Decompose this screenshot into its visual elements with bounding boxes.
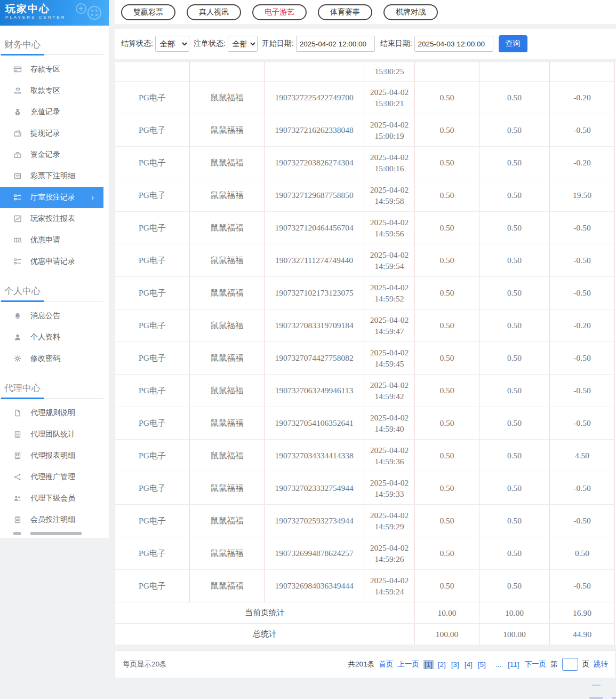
- sidebar-item-资金记录[interactable]: 资金记录: [0, 144, 109, 165]
- sidebar-item-消息公告[interactable]: 消息公告: [0, 305, 109, 327]
- page-link-1[interactable]: [1]: [423, 660, 434, 669]
- cell-game: 鼠鼠福福: [190, 342, 265, 375]
- sidebar-item-取款专区[interactable]: 取款专区: [0, 80, 109, 101]
- page-link-2[interactable]: [2]: [437, 660, 447, 669]
- cell-profit: -0.50: [550, 570, 615, 602]
- cell-datetime: 2025-04-0214:59:29: [364, 505, 415, 537]
- settle-status-label: 结算状态:: [121, 39, 153, 49]
- cell-order-id: 1907327074427758082: [265, 342, 364, 375]
- sidebar-item-代理推广管理[interactable]: 代理推广管理: [0, 466, 109, 488]
- sidebar-item-会员投注明细[interactable]: 会员投注明细: [0, 509, 109, 530]
- person-icon: [13, 333, 22, 341]
- sidebar-item-label: 充值记录: [30, 107, 60, 117]
- sidebar-item-彩票下注明细[interactable]: 彩票下注明细: [0, 165, 109, 187]
- sidebar-item-代理报表明细[interactable]: 代理报表明细: [0, 445, 109, 466]
- sidebar-item-优惠申请[interactable]: 优惠申请: [0, 229, 109, 251]
- cell-order-id: 1907327025932734944: [265, 505, 364, 537]
- sidebar-item-玩家投注报表[interactable]: 玩家投注报表: [0, 208, 109, 229]
- tab-真人视讯[interactable]: 真人视讯: [187, 4, 241, 20]
- cell-valid-amount: 0.50: [479, 407, 550, 440]
- page-link-3[interactable]: [3]: [450, 660, 460, 669]
- cell-platform: PG电子: [115, 244, 190, 277]
- grid-list-icon: [13, 193, 22, 202]
- page-link-11[interactable]: [11]: [507, 660, 521, 669]
- sidebar-item-存款专区[interactable]: 存款专区: [0, 59, 109, 80]
- sidebar-item-label: 优惠申请记录: [30, 257, 75, 266]
- sidebar-item-label: 代理报表明细: [30, 451, 75, 460]
- cell-valid-amount: 0.50: [479, 147, 550, 179]
- cell-order-id: 1907327203826274304: [265, 147, 364, 179]
- cell-game: 鼠鼠福福: [190, 82, 265, 114]
- cell-bet-amount: 0.50: [415, 375, 479, 407]
- cell-valid-amount: 0.50: [479, 277, 550, 309]
- cell-valid-amount: 0.50: [479, 244, 550, 277]
- jump-button[interactable]: 跳转: [594, 660, 608, 669]
- cell-game: 鼠鼠福福: [190, 570, 265, 602]
- summary-label: 当前页统计: [115, 602, 415, 624]
- cell-datetime: 2025-04-0214:59:54: [364, 244, 415, 277]
- tab-体育赛事[interactable]: 体育赛事: [318, 4, 372, 20]
- cell-platform: PG电子: [115, 212, 190, 244]
- first-page-link[interactable]: 首页: [379, 660, 393, 669]
- tab-电子游艺[interactable]: 电子游艺: [252, 4, 307, 20]
- cell-profit: -0.50: [550, 407, 615, 440]
- cell-game: 鼠鼠福福: [190, 277, 265, 309]
- corner-fragment: [612, 697, 616, 699]
- sidebar-item-代理下级会员[interactable]: 代理下级会员: [0, 488, 109, 509]
- cell-bet-amount: 0.50: [415, 179, 479, 212]
- settle-status-select[interactable]: 全部: [155, 36, 189, 52]
- summary-label: 总统计: [115, 624, 415, 645]
- cell-datetime: 2025-04-0214:59:45: [364, 342, 415, 375]
- sidebar-item-label: 厅室投注记录: [30, 193, 75, 202]
- tab-棋牌对战[interactable]: 棋牌对战: [383, 4, 438, 20]
- cell-order-id: 1907327225422749700: [265, 82, 364, 114]
- order-status-select[interactable]: 全部: [228, 36, 258, 52]
- sidebar-item-厅室投注记录[interactable]: 厅室投注记录 ›: [0, 187, 103, 208]
- tab-雙贏彩票[interactable]: 雙贏彩票: [121, 4, 175, 20]
- page-jump-input[interactable]: [562, 658, 578, 671]
- cell-bet-amount: 0.50: [415, 537, 479, 570]
- cell-valid-amount: 0.50: [479, 179, 550, 212]
- sidebar-item-label: [30, 530, 82, 535]
- summary-bet: 10.00: [415, 602, 479, 624]
- cell-bet-amount: 0.50: [415, 147, 479, 179]
- pagination-controls: 共201条 首页 上一页 [1][2][3][4][5] ... [11] 下一…: [348, 658, 608, 671]
- cell-order-id: 1907327023332754944: [265, 472, 364, 505]
- page-link-5[interactable]: [5]: [477, 660, 487, 669]
- sidebar-item-个人资料[interactable]: 个人资料: [0, 327, 109, 348]
- cell-datetime: 2025-04-0214:59:42: [364, 375, 415, 407]
- cell-profit: -0.50: [550, 244, 615, 277]
- end-date-input[interactable]: [414, 36, 493, 52]
- sidebar-item-代理团队统计[interactable]: 代理团队统计: [0, 424, 109, 445]
- cell-valid-amount: 0.50: [479, 440, 550, 472]
- cell-platform: PG电子: [115, 375, 190, 407]
- query-button[interactable]: 查询: [499, 35, 527, 52]
- sidebar-item-提现记录[interactable]: 提现记录: [0, 123, 109, 144]
- cell-game: 鼠鼠福福: [190, 309, 265, 342]
- cell-profit: -0.50: [550, 342, 615, 375]
- sidebar-section: 个人中心 消息公告 个人资料 修改密码: [0, 280, 109, 369]
- total-count-text: 共201条: [348, 660, 375, 669]
- sidebar-item-充值记录[interactable]: 充值记录: [0, 101, 109, 123]
- cell-valid-amount: 0.50: [479, 342, 550, 375]
- sidebar-item-优惠申请记录[interactable]: 优惠申请记录: [0, 251, 109, 272]
- next-page-link[interactable]: 下一页: [525, 660, 547, 669]
- clipboard-icon: [13, 515, 22, 524]
- cell-profit: -0.50: [550, 505, 615, 537]
- sidebar-item-修改密码[interactable]: 修改密码: [0, 348, 109, 369]
- sidebar-item-clipped[interactable]: [0, 530, 109, 537]
- sidebar-item-代理规则说明[interactable]: 代理规则说明: [0, 402, 109, 424]
- sidebar-section-title: 代理中心: [0, 377, 109, 398]
- page-link-4[interactable]: [4]: [463, 660, 474, 669]
- cell-datetime: 2025-04-0214:59:24: [364, 570, 415, 602]
- cell-order-id: 1907327063249946113: [265, 375, 364, 407]
- sidebar-item-label: 玩家投注报表: [30, 214, 75, 224]
- gear-icon: [13, 354, 22, 363]
- table-row: PG电子 鼠鼠福福 1907326994878624257 2025-04-02…: [115, 537, 615, 570]
- cell-profit: -0.50: [550, 114, 615, 147]
- prev-page-link[interactable]: 上一页: [397, 660, 419, 669]
- betting-records-table: 15:00:25 PG电子 鼠鼠福福 1907327225422749700 2…: [115, 61, 615, 645]
- cell-platform: PG电子: [115, 114, 190, 147]
- start-date-input[interactable]: [296, 36, 375, 52]
- cell-platform: PG电子: [115, 537, 190, 570]
